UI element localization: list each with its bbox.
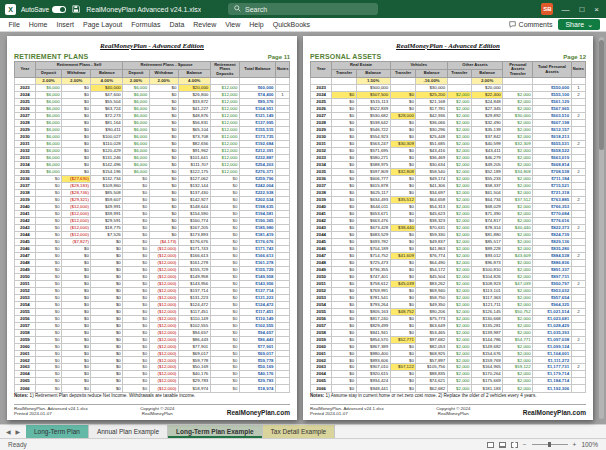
menu-tab-home[interactable]: Home	[24, 20, 52, 29]
cell-year[interactable]: 2065	[311, 378, 332, 385]
cell[interactable]: $81,164	[91, 120, 123, 127]
cell[interactable]: $0	[62, 106, 91, 113]
cell[interactable]	[571, 385, 585, 393]
cell[interactable]: $2,000	[503, 106, 533, 113]
rate-cell[interactable]: 4.00%	[178, 78, 210, 85]
cell[interactable]	[571, 175, 585, 182]
cell[interactable]: $2,000	[503, 315, 533, 322]
rate-cell[interactable]: 1.50%	[356, 78, 390, 85]
cell[interactable]: $57,122	[390, 364, 416, 371]
cell[interactable]: $0	[62, 343, 91, 350]
cell[interactable]: $0	[35, 245, 61, 252]
cell[interactable]: $139,987	[471, 329, 502, 336]
cell[interactable]	[276, 182, 290, 189]
cell[interactable]: $113,101	[471, 287, 502, 294]
cell[interactable]	[276, 140, 290, 147]
cell[interactable]: $104,951	[239, 106, 275, 113]
rate-cell[interactable]	[447, 78, 471, 85]
cell[interactable]: $0	[123, 280, 149, 287]
cell[interactable]: $618,213	[533, 133, 571, 140]
cell-year[interactable]: 2031	[15, 140, 36, 147]
cell[interactable]: $47,039	[503, 280, 533, 287]
cell[interactable]: ($4,173)	[149, 238, 178, 245]
cell[interactable]	[571, 147, 585, 154]
cell[interactable]: $0	[332, 168, 356, 175]
cell[interactable]: $0	[35, 336, 61, 343]
cell[interactable]: $0	[62, 329, 91, 336]
cell[interactable]: $0	[332, 203, 356, 210]
cell[interactable]: $2,000	[447, 140, 471, 147]
cell[interactable]: $69,017	[239, 350, 275, 357]
cell[interactable]: $29,892	[471, 113, 502, 120]
cell-year[interactable]: 2023	[15, 85, 36, 92]
cell[interactable]: $2,000	[447, 175, 471, 182]
rate-cell[interactable]	[210, 78, 239, 85]
cell[interactable]: $0	[332, 371, 356, 378]
cell[interactable]: $781,541	[356, 294, 390, 301]
cell[interactable]: $0	[91, 329, 123, 336]
cell[interactable]: $0	[123, 252, 149, 259]
cell[interactable]: $829,499	[356, 322, 390, 329]
cell[interactable]: $55,233	[471, 175, 502, 182]
cell[interactable]: $63,649	[416, 322, 447, 329]
cell[interactable]: $40,440	[503, 224, 533, 231]
cell[interactable]: $897,731	[533, 273, 571, 280]
cell[interactable]: $154,590	[178, 210, 210, 217]
cell[interactable]: $135,281	[471, 322, 502, 329]
cell[interactable]: $0	[210, 203, 239, 210]
cell[interactable]: $142,496	[91, 161, 123, 168]
cell-year[interactable]: 2041	[311, 210, 332, 217]
cell-year[interactable]: 2060	[311, 343, 332, 350]
cell[interactable]: $822,373	[533, 224, 571, 231]
cell[interactable]: $2,000	[447, 378, 471, 385]
autosave-control[interactable]: AutoSave	[21, 6, 66, 13]
cell[interactable]: $2,000	[447, 301, 471, 308]
cell[interactable]: $500,000	[356, 85, 390, 92]
cell[interactable]: $0	[35, 217, 61, 224]
cell[interactable]: $0	[210, 175, 239, 182]
cell[interactable]: $54,172	[416, 266, 447, 273]
cell[interactable]: $2,000	[447, 238, 471, 245]
cell[interactable]	[276, 238, 290, 245]
cell[interactable]: $793,264	[356, 301, 390, 308]
cell[interactable]: $0	[332, 301, 356, 308]
cell[interactable]: $159,769	[471, 357, 502, 364]
cell[interactable]: $42,936	[416, 113, 447, 120]
cell[interactable]: $0	[62, 161, 91, 168]
cell[interactable]	[276, 85, 290, 92]
cell[interactable]: $142,927	[178, 196, 210, 203]
cell[interactable]: $0	[35, 203, 61, 210]
cell[interactable]: $0	[149, 154, 178, 161]
cell[interactable]: $0	[390, 147, 416, 154]
cell[interactable]: $1,028,429	[533, 322, 571, 329]
cell[interactable]: $2,000	[503, 92, 533, 99]
cell[interactable]: $0	[390, 127, 416, 134]
rate-cell[interactable]	[276, 78, 290, 85]
cell[interactable]: $0	[210, 350, 239, 357]
cell[interactable]	[276, 252, 290, 259]
cell-year[interactable]: 2044	[15, 231, 36, 238]
cell[interactable]: $6,000	[35, 127, 61, 134]
cell[interactable]: $0	[210, 378, 239, 385]
cell[interactable]: $131,246	[91, 154, 123, 161]
cell[interactable]: $2,000	[503, 217, 533, 224]
cell-year[interactable]: 2063	[15, 364, 36, 371]
cell[interactable]: $2,000	[447, 196, 471, 203]
cell[interactable]: $110,149	[178, 315, 210, 322]
cell[interactable]: $950,797	[533, 280, 571, 287]
cell[interactable]: $73,708	[178, 133, 210, 140]
cell[interactable]: $0	[390, 210, 416, 217]
cell[interactable]	[571, 378, 585, 385]
cell[interactable]: $26,800	[178, 92, 210, 99]
cell[interactable]: $137,430	[178, 189, 210, 196]
cell[interactable]: $149,682	[471, 343, 502, 350]
cell[interactable]: $164,965	[471, 364, 502, 371]
cell[interactable]: $597,809	[356, 168, 390, 175]
cell[interactable]: $0	[210, 231, 239, 238]
cell[interactable]: $0	[149, 133, 178, 140]
cell[interactable]: $2,000	[447, 120, 471, 127]
cell[interactable]: $1,104,001	[533, 350, 571, 357]
cell-year[interactable]: 2026	[15, 106, 36, 113]
cell-year[interactable]: 2036	[311, 175, 332, 182]
cell[interactable]: $603,510	[533, 113, 571, 120]
